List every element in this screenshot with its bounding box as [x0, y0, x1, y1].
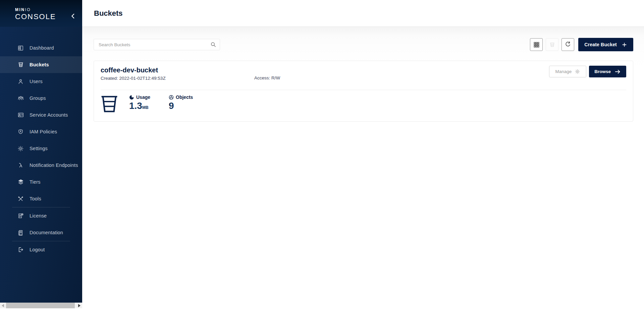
sidebar-item-service-accounts[interactable]: Service Accounts [0, 107, 82, 123]
sidebar-item-label: Tiers [30, 179, 41, 185]
groups-icon [17, 94, 26, 102]
license-icon [17, 212, 26, 220]
bucket-access-text: Access: R/W [254, 75, 280, 80]
manage-label: Manage [555, 69, 572, 74]
scroll-right-arrow[interactable] [76, 303, 82, 308]
chevron-left-icon [69, 12, 77, 20]
bucket-icon [101, 95, 118, 114]
create-bucket-label: Create Bucket [584, 42, 617, 47]
sidebar-item-label: Documentation [30, 230, 63, 235]
tools-icon [17, 195, 26, 203]
manage-button[interactable]: Manage [549, 66, 586, 77]
page-title: Buckets [94, 9, 123, 18]
sidebar-item-buckets[interactable]: Buckets [0, 56, 82, 73]
main-area: Buckets [82, 0, 644, 314]
sidebar-item-label: IAM Policies [30, 129, 57, 134]
bucket-icon [17, 61, 26, 69]
scrollbar-thumb[interactable] [6, 303, 75, 308]
sidebar-item-logout[interactable]: Logout [0, 241, 82, 258]
bucket-card-buttons: Manage Browse [549, 66, 626, 77]
bucket-card-header: coffee-dev-bucket Created: 2022-01-02T12… [101, 61, 626, 90]
buckets-content: Create Bucket coffee-dev-bucket Created:… [82, 27, 644, 314]
arrow-right-icon [614, 69, 621, 74]
logout-icon [17, 246, 26, 254]
usage-label: Usage [136, 95, 150, 100]
refresh-button[interactable] [561, 38, 574, 51]
bucket-card: coffee-dev-bucket Created: 2022-01-02T12… [94, 61, 633, 122]
sidebar-item-tiers[interactable]: Tiers [0, 174, 82, 190]
layers-icon [17, 178, 26, 186]
sidebar-collapse-button[interactable] [69, 12, 77, 20]
sidebar: MINIO CONSOLE Dashboard Buckets Users [0, 0, 82, 308]
sidebar-item-label: Tools [30, 196, 41, 201]
gear-icon [575, 69, 580, 74]
buckets-toolbar: Create Bucket [94, 38, 633, 51]
bucket-card-body: Usage 1.3MB Objects 9 [101, 90, 626, 114]
sidebar-item-label: Users [30, 79, 43, 84]
bucket-name-link[interactable]: coffee-dev-bucket [101, 66, 158, 74]
sidebar-item-notification-endpoints[interactable]: Notification Endpoints [0, 157, 82, 174]
sidebar-item-documentation[interactable]: Documentation [0, 224, 82, 241]
objects-value: 9 [169, 101, 193, 111]
sidebar-item-label: Settings [30, 146, 48, 151]
sidebar-item-users[interactable]: Users [0, 73, 82, 90]
lambda-icon [17, 161, 26, 169]
shield-icon [17, 128, 26, 136]
sidebar-item-dashboard[interactable]: Dashboard [0, 40, 82, 56]
objects-icon [169, 95, 174, 100]
usage-value: 1.3MB [129, 101, 150, 111]
list-view-button[interactable] [546, 38, 558, 51]
book-icon [17, 229, 26, 237]
objects-label: Objects [176, 95, 193, 100]
create-bucket-button[interactable]: Create Bucket [578, 38, 633, 51]
sidebar-item-label: Service Accounts [30, 112, 68, 118]
browse-button[interactable]: Browse [589, 66, 626, 77]
usage-label-row: Usage [129, 95, 150, 100]
grid-view-icon [533, 41, 540, 48]
sidebar-item-iam-policies[interactable]: IAM Policies [0, 123, 82, 140]
search-buckets-input[interactable] [94, 39, 220, 50]
search-wrap [94, 39, 220, 50]
user-icon [17, 77, 26, 85]
sidebar-item-label: Buckets [30, 62, 49, 67]
sidebar-item-label: Groups [30, 96, 46, 101]
sidebar-item-label: Notification Endpoints [30, 163, 78, 168]
id-card-icon [17, 111, 26, 119]
browse-label: Browse [594, 69, 611, 74]
sidebar-item-label: Logout [30, 247, 45, 252]
gear-icon [17, 144, 26, 152]
scroll-left-arrow[interactable] [0, 303, 6, 308]
search-icon [210, 41, 217, 48]
objects-metric: Objects 9 [169, 95, 193, 111]
objects-label-row: Objects [169, 95, 193, 100]
sidebar-item-tools[interactable]: Tools [0, 190, 82, 207]
refresh-icon [564, 41, 572, 48]
sidebar-item-label: Dashboard [30, 45, 54, 51]
sidebar-item-label: License [30, 213, 47, 218]
usage-metric: Usage 1.3MB [129, 95, 150, 111]
plus-icon [622, 42, 627, 48]
sidebar-header: MINIO CONSOLE [0, 0, 82, 27]
sidebar-item-groups[interactable]: Groups [0, 90, 82, 107]
minio-logo: MINIO [15, 7, 82, 12]
sidebar-menu: Dashboard Buckets Users Groups Service A [0, 27, 82, 258]
bucket-created-text: Created: 2022-01-02T12:49:53Z [101, 76, 626, 81]
sidebar-horizontal-scrollbar [0, 303, 82, 308]
grid-view-button[interactable] [530, 38, 543, 51]
sidebar-item-license[interactable]: License [0, 207, 82, 224]
sidebar-item-settings[interactable]: Settings [0, 140, 82, 157]
usage-pie-icon [129, 95, 134, 100]
page-header: Buckets [82, 0, 644, 27]
bucket-list-icon [549, 41, 556, 48]
dashboard-icon [17, 44, 26, 52]
toolbar-actions: Create Bucket [530, 38, 633, 51]
